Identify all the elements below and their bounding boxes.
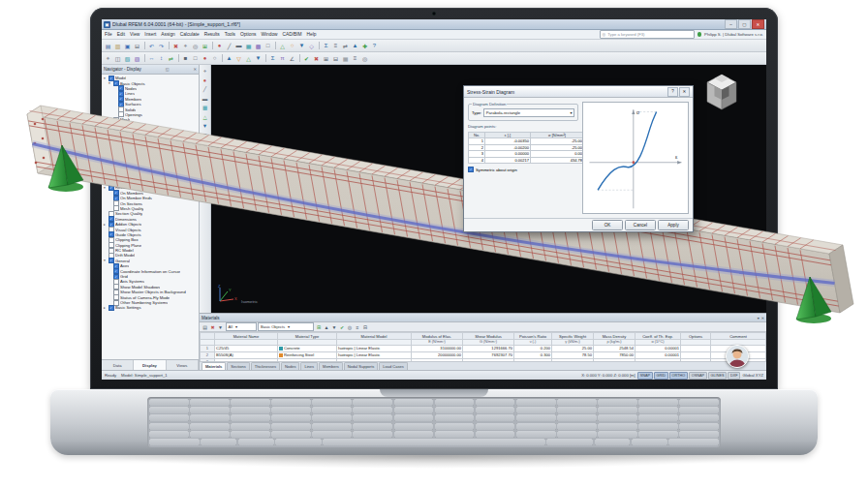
- pi-icon[interactable]: π: [278, 54, 287, 63]
- line-icon[interactable]: ╱: [225, 42, 233, 50]
- table-view-select[interactable]: Basic Objects ▾: [258, 322, 314, 331]
- solid-view-icon[interactable]: ■: [181, 54, 190, 63]
- column-header[interactable]: Options: [681, 333, 711, 340]
- dock-tab-nodes[interactable]: Nodes: [281, 362, 300, 370]
- column-header[interactable]: Coeff. of Th. Exp.: [636, 333, 681, 340]
- hatch-icon[interactable]: ▧: [123, 54, 132, 63]
- view-up-icon[interactable]: ▲: [225, 54, 233, 63]
- select-icon[interactable]: ⌖: [181, 42, 190, 50]
- user-account-label[interactable]: Philipp S. | Dlubal Software s.r.o.: [704, 32, 763, 37]
- wireframe-icon[interactable]: □: [191, 54, 200, 63]
- pick-icon[interactable]: ⌖: [104, 54, 112, 63]
- dialog-close-button[interactable]: ✕: [679, 87, 690, 97]
- view-icon[interactable]: ▲: [351, 42, 359, 50]
- pattern-icon[interactable]: ▨: [133, 54, 141, 63]
- checkbox[interactable]: ✓: [468, 167, 474, 172]
- zoom-icon[interactable]: ◎: [202, 140, 209, 148]
- menu-tools[interactable]: Tools: [225, 32, 235, 37]
- toggle-snap[interactable]: SNAP: [637, 372, 652, 380]
- imperfection-icon[interactable]: ◇: [307, 42, 316, 50]
- help-button[interactable]: ?: [667, 87, 678, 97]
- new-icon[interactable]: ▤: [104, 42, 112, 50]
- calculate-icon[interactable]: Σ: [322, 42, 330, 50]
- node-icon[interactable]: ●: [215, 42, 224, 50]
- dock-collapse-icon[interactable]: ▾: [758, 316, 760, 320]
- delete-row-icon[interactable]: ✖: [209, 323, 216, 330]
- menu-options[interactable]: Options: [240, 32, 257, 37]
- dock-tab-sections[interactable]: Sections: [227, 362, 249, 370]
- load-icon[interactable]: ▼: [297, 42, 306, 50]
- menu-results[interactable]: Results: [204, 32, 220, 37]
- zoom-fit-icon[interactable]: ⊞: [201, 42, 209, 50]
- dock-tab-nodalsupports[interactable]: Nodal Supports: [344, 362, 379, 370]
- column-header[interactable]: Modulus of Elas.: [412, 333, 463, 340]
- member-icon[interactable]: ▬: [234, 42, 243, 50]
- dock-close-icon[interactable]: ✕: [761, 316, 764, 320]
- move-x-icon[interactable]: ↔: [147, 54, 156, 63]
- insert-row-icon[interactable]: ▼: [217, 323, 224, 330]
- grid-icon[interactable]: ⊞: [316, 323, 323, 330]
- navigation-cube[interactable]: [704, 73, 739, 111]
- dock-tab-materials[interactable]: Materials: [202, 362, 226, 370]
- column-header[interactable]: [201, 333, 215, 340]
- table-row[interactable]: 2B550S(A)Reinforcing SteelIsotropic | Li…: [201, 351, 766, 358]
- new-row-icon[interactable]: ▤: [202, 323, 208, 330]
- dock-tab-lines[interactable]: Lines: [300, 362, 318, 370]
- iso-view-icon[interactable]: △: [244, 54, 253, 63]
- move-y-icon[interactable]: ↕: [157, 54, 166, 63]
- render-open-icon[interactable]: ○: [210, 54, 219, 63]
- member-icon[interactable]: ▬: [202, 95, 209, 103]
- grid-on-icon[interactable]: ⊞: [322, 54, 330, 63]
- toggle-ortho[interactable]: ORTHO: [669, 372, 688, 380]
- toggle-dxf[interactable]: DXF: [728, 372, 740, 380]
- surface-icon[interactable]: ▦: [202, 104, 209, 111]
- add-icon[interactable]: ✚: [360, 42, 369, 50]
- ok-button[interactable]: OK: [592, 220, 623, 230]
- list-icon[interactable]: ≡: [351, 54, 359, 63]
- load-icon[interactable]: ▼: [202, 122, 209, 130]
- menu-window[interactable]: Window: [261, 32, 277, 37]
- solid-icon[interactable]: ▩: [254, 42, 263, 50]
- help-icon[interactable]: ?: [370, 42, 379, 50]
- status-view[interactable]: Global XYZ: [743, 373, 763, 378]
- dialog-title-bar[interactable]: Stress-Strain Diagram ? ✕: [464, 86, 693, 98]
- undo-icon[interactable]: ↶: [147, 42, 156, 50]
- apply-icon[interactable]: ✔: [339, 323, 346, 330]
- navigator-tab-display[interactable]: Display: [134, 360, 166, 370]
- menu-calculate[interactable]: Calculate: [180, 32, 200, 37]
- table-row[interactable]: 1C25/45ConcreteIsotropic | Linear Elasti…: [201, 345, 766, 351]
- move-icon[interactable]: ↔: [202, 150, 209, 158]
- surface-icon[interactable]: ▦: [244, 42, 253, 50]
- find-icon[interactable]: ◎: [360, 54, 369, 63]
- check-icon[interactable]: ✔: [202, 168, 209, 176]
- column-header[interactable]: Material Name: [215, 333, 278, 340]
- checkbox[interactable]: ✓: [108, 305, 114, 311]
- close-button[interactable]: ✕: [752, 19, 764, 29]
- list-icon[interactable]: ≡: [355, 323, 361, 330]
- row-up-icon[interactable]: ▲: [324, 323, 330, 330]
- search-input[interactable]: ◎ Type a keyword (F3): [600, 30, 695, 39]
- grid-off-icon[interactable]: ⊟: [331, 54, 340, 63]
- tree-item[interactable]: ▸✓Basic Settings: [102, 305, 199, 310]
- hinge-icon[interactable]: ○: [288, 42, 296, 50]
- check-icon[interactable]: ✔: [302, 54, 311, 63]
- dock-tab-members[interactable]: Members: [319, 362, 343, 370]
- menu-edit[interactable]: Edit: [117, 32, 125, 37]
- toggle-osnap[interactable]: OSNAP: [689, 372, 706, 380]
- opening-icon[interactable]: □: [264, 42, 272, 50]
- mesh-icon[interactable]: ▦: [341, 54, 350, 63]
- search-icon[interactable]: ◎: [347, 323, 354, 330]
- row-down-icon[interactable]: ▼: [331, 323, 338, 330]
- dock-tab-thicknesses[interactable]: Thicknesses: [251, 362, 280, 370]
- front-view-icon[interactable]: ▼: [254, 54, 263, 63]
- collapse-icon[interactable]: ⊟: [362, 323, 369, 330]
- column-header[interactable]: Shear Modulus: [463, 333, 514, 340]
- swap-icon[interactable]: ⇄: [341, 42, 350, 50]
- column-header[interactable]: Mass Density: [594, 333, 636, 340]
- table-filter-select[interactable]: All ▾: [226, 322, 257, 331]
- copy-icon[interactable]: ◫: [113, 54, 122, 63]
- save-icon[interactable]: ▣: [123, 42, 132, 50]
- support-avatar[interactable]: [726, 345, 749, 368]
- redo-icon[interactable]: ↷: [157, 42, 166, 50]
- menu-insert[interactable]: Insert: [144, 32, 156, 37]
